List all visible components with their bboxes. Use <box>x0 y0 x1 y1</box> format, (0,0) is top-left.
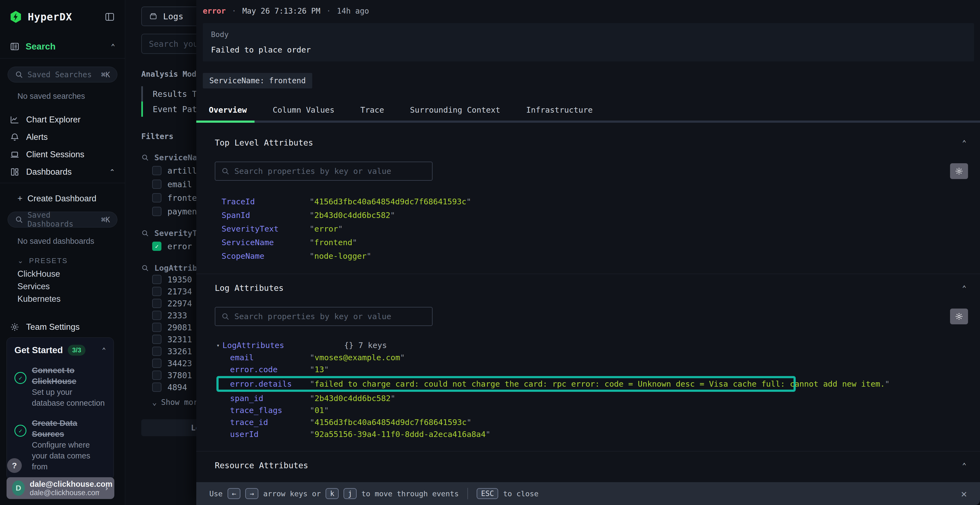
detail-tab[interactable]: Infrastructure <box>526 100 593 121</box>
detail-tab[interactable]: Surrounding Context <box>410 100 500 121</box>
hint-text: arrow keys or <box>263 489 321 498</box>
properties-search-input[interactable]: Search properties by key or value <box>215 162 433 181</box>
attribute-value[interactable]: failed to charge card: could not charge … <box>310 379 889 389</box>
service-tag-chip[interactable]: ServiceName: frontend <box>203 73 312 89</box>
checkbox-unchecked[interactable] <box>152 287 161 296</box>
checkbox-unchecked[interactable] <box>152 323 161 332</box>
preset-item[interactable]: ClickHouse <box>18 268 125 280</box>
checkbox-unchecked[interactable] <box>152 383 161 392</box>
sidebar-item-chart-explorer[interactable]: Chart Explorer <box>0 111 125 129</box>
checkbox-unchecked[interactable] <box>152 193 161 202</box>
attribute-value[interactable]: error <box>310 224 343 233</box>
attribute-key[interactable]: error.details <box>230 379 310 389</box>
checkbox-unchecked[interactable] <box>152 179 161 189</box>
properties-search-input[interactable]: Search properties by key or value <box>215 307 433 326</box>
hyperdx-logo-icon <box>9 10 22 24</box>
severity-label: error <box>203 6 226 16</box>
sidebar-item-alerts[interactable]: Alerts <box>0 129 125 146</box>
chevron-up-icon[interactable]: ⌃ <box>102 346 106 354</box>
sidebar-item-client-sessions[interactable]: Client Sessions <box>0 146 125 163</box>
checkbox-unchecked[interactable] <box>152 359 161 368</box>
section-title: Top Level Attributes <box>215 138 313 148</box>
attribute-value[interactable]: 4156d3fbc40a64854d9dc7f68641593c <box>310 197 471 206</box>
sidebar-item-team-settings[interactable]: Team Settings <box>0 322 125 332</box>
sidebar-item-label: Client Sessions <box>26 150 84 159</box>
attribute-value[interactable]: 01 <box>310 406 329 415</box>
checkbox-checked[interactable]: ✓ <box>152 241 161 251</box>
attribute-key[interactable]: span_id <box>230 394 310 403</box>
chevron-up-icon[interactable]: ⌃ <box>962 139 966 147</box>
attribute-value[interactable]: 4156d3fbc40a64854d9dc7f68641593c <box>310 418 471 427</box>
attribute-key[interactable]: trace_flags <box>230 406 310 415</box>
attribute-key[interactable]: ScopeName <box>221 251 310 260</box>
source-select-label: Logs <box>163 11 183 21</box>
attribute-row: error.code 13 <box>216 364 980 375</box>
attribute-value[interactable]: 2b43d0c4dd6bc582 <box>310 211 395 220</box>
checkbox-unchecked[interactable] <box>152 299 161 308</box>
attribute-value[interactable]: 13 <box>310 365 329 374</box>
chevron-up-icon[interactable]: ⌃ <box>962 462 966 470</box>
attribute-key[interactable]: SpanId <box>221 211 310 220</box>
checkbox-unchecked[interactable] <box>152 166 161 175</box>
saved-searches-input[interactable]: Saved Searches ⌘K <box>8 67 117 83</box>
attribute-value[interactable]: vmoses@example.com <box>310 353 405 362</box>
checkbox-unchecked[interactable] <box>152 371 161 380</box>
help-button[interactable]: ? <box>7 458 22 473</box>
get-started-item[interactable]: ✓ Create Data Sources Configure where yo… <box>14 418 106 472</box>
detail-tab[interactable]: Column Values <box>273 100 334 121</box>
plus-icon: + <box>18 194 22 203</box>
no-saved-dashboards-note: No saved dashboards <box>18 237 125 246</box>
attribute-key[interactable]: email <box>230 353 310 362</box>
chevron-up-icon[interactable]: ⌃ <box>111 43 115 51</box>
attribute-key[interactable]: trace_id <box>230 418 310 427</box>
divider <box>196 274 980 274</box>
chevron-up-icon[interactable]: ⌃ <box>962 284 966 292</box>
attribute-value[interactable]: frontend <box>310 238 357 247</box>
checkbox-unchecked[interactable] <box>152 335 161 344</box>
user-account-chip[interactable]: D dale@clickhouse.com dale@clickhouse.co… <box>6 477 115 499</box>
search-icon <box>141 229 149 237</box>
event-timestamp: May 26 7:13:26 PM <box>242 6 320 16</box>
chevron-right-icon: › <box>104 484 109 493</box>
checkbox-unchecked[interactable] <box>152 275 161 284</box>
attribute-value[interactable]: node-logger <box>310 251 371 260</box>
checkbox-unchecked[interactable] <box>152 347 161 356</box>
attribute-key[interactable]: userId <box>230 430 310 439</box>
get-started-header[interactable]: Get Started 3/3 ⌃ <box>14 345 106 356</box>
arrow-right-key: → <box>245 488 258 499</box>
attribute-key[interactable]: LogAttributes <box>223 341 284 350</box>
saved-dashboards-input[interactable]: Saved Dashboards ⌘K <box>8 212 117 227</box>
checkbox-unchecked[interactable] <box>152 207 161 216</box>
attribute-key[interactable]: SeverityText <box>221 224 310 233</box>
attributes-settings-button[interactable] <box>950 163 968 179</box>
hint-text: to move through events <box>361 489 459 498</box>
attribute-key[interactable]: error.code <box>230 365 310 374</box>
attribute-value[interactable]: 92a55156-39a4-11f0-8ddd-a2eca416a8a4 <box>310 430 490 439</box>
sidebar-item-dashboards[interactable]: Dashboards ⌃ <box>0 163 125 181</box>
properties-search-placeholder: Search properties by key or value <box>234 167 391 176</box>
keys-count-meta: {} 7 keys <box>344 341 387 350</box>
close-icon[interactable]: ✕ <box>961 488 967 499</box>
attribute-row: span_id 2b43d0c4dd6bc582 <box>216 392 980 404</box>
presets-toggle[interactable]: ⌄ PRESETS <box>18 257 125 265</box>
detail-tab[interactable]: Trace <box>360 100 384 121</box>
attribute-key[interactable]: TraceId <box>221 197 310 206</box>
chevron-up-icon[interactable]: ⌃ <box>109 168 115 176</box>
preset-item[interactable]: Kubernetes <box>18 293 125 305</box>
attribute-key[interactable]: ServiceName <box>221 238 310 247</box>
attribute-value[interactable]: 2b43d0c4dd6bc582 <box>310 394 395 403</box>
sidebar-collapse-icon[interactable] <box>104 12 116 22</box>
sidebar: HyperDX Search ⌃ Saved Searches ⌘K No sa… <box>0 0 125 505</box>
saved-dashboards-shortcut: ⌘K <box>101 216 110 224</box>
preset-item[interactable]: Services <box>18 280 125 293</box>
active-tab-indicator <box>196 121 255 123</box>
attributes-settings-button[interactable] <box>950 308 968 324</box>
get-started-item[interactable]: ✓ Connect to ClickHouse Set up your data… <box>14 365 106 408</box>
collapse-caret-icon[interactable]: ▾ <box>216 342 220 349</box>
event-header: error · May 26 7:13:26 PM · 14h ago <box>196 0 980 16</box>
attribute-row: ServiceName frontend <box>221 236 980 249</box>
checkbox-unchecked[interactable] <box>152 311 161 320</box>
sidebar-item-search[interactable]: Search ⌃ <box>0 41 125 59</box>
detail-tab[interactable]: Overview <box>209 100 247 121</box>
create-dashboard-button[interactable]: + Create Dashboard <box>18 194 125 203</box>
